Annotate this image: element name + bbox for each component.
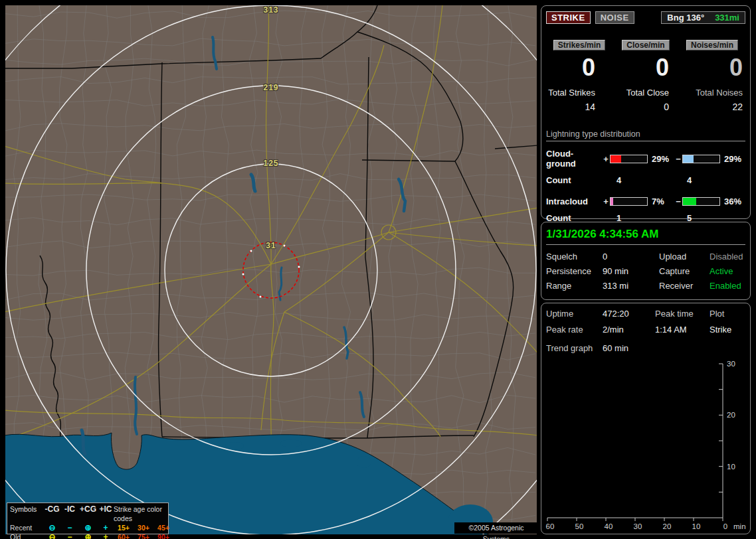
distribution-title: Lightning type distribution [546, 129, 745, 141]
age-45: 45+ [153, 523, 173, 532]
cg-pos-count: 4 [613, 175, 683, 185]
svg-text:10: 10 [692, 522, 701, 530]
close-per-min-button[interactable]: Close/min [622, 40, 669, 50]
plus-sign: + [602, 196, 610, 206]
plot-label: Plot [709, 309, 745, 319]
cg-neg-pct: 29% [720, 154, 747, 164]
noises-per-min-button[interactable]: Noises/min [686, 40, 738, 50]
legend-row-old-label: Old [10, 532, 43, 539]
strike-toggle-button[interactable]: STRIKE [546, 11, 591, 24]
old-pos-cg-icon: ⊕ [78, 532, 98, 539]
minus-sign: − [674, 154, 682, 164]
age-30: 30+ [134, 523, 153, 532]
cg-count-label: Count [546, 175, 613, 185]
cg-pos-bar [610, 155, 648, 163]
cg-neg-bar [682, 155, 720, 163]
svg-text:30: 30 [634, 522, 642, 530]
range-value: 313 mi [603, 281, 659, 291]
svg-text:60: 60 [546, 522, 555, 530]
uptime-label: Uptime [546, 309, 603, 319]
lightning-map[interactable]: 313 219 125 31 [5, 5, 537, 534]
intracloud-label: Intracloud [546, 196, 602, 206]
cg-pos-bar-fill [611, 155, 621, 163]
stormvue-app: 313 219 125 31 Symbols -CG -IC +CG +IC S… [0, 0, 756, 539]
receiver-status: Enabled [709, 281, 745, 291]
ic-neg-bar [682, 197, 720, 206]
trend-graph: 6050403020100min102030 [546, 355, 747, 529]
stats-panel: Uptime 472:20 Peak time Plot Peak rate 2… [541, 303, 751, 534]
bearing-readout: Bng 136° 331mi [661, 11, 745, 24]
legend-header-pos-ic: +IC [98, 504, 114, 523]
copyright-text: ©2005 Astrogenic Systems [454, 522, 538, 534]
age-90: 90+ [153, 532, 173, 539]
total-strikes-label: Total Strikes [546, 88, 613, 98]
minus-sign: − [674, 196, 682, 206]
ic-pos-pct: 7% [648, 196, 674, 206]
svg-text:min: min [733, 522, 746, 530]
peak-time-value: 1:14 AM [655, 325, 709, 335]
age-75: 75+ [134, 532, 153, 539]
legend-row-recent-label: Recent [10, 523, 43, 532]
recent-neg-ic-icon: − [61, 523, 78, 532]
svg-text:30: 30 [727, 360, 735, 368]
close-rate-value: 0 [613, 56, 679, 80]
bearing-distance: 331mi [715, 13, 739, 23]
ic-neg-pct: 36% [720, 196, 747, 206]
legend-header-neg-ic: -IC [61, 504, 78, 523]
persistence-value: 90 min [603, 266, 659, 276]
age-60: 60+ [114, 532, 134, 539]
ring-label-125: 125 [5, 159, 537, 168]
total-noises-value: 22 [679, 102, 745, 112]
trend-graph-window: 60 min [603, 343, 745, 353]
datetime-display: 1/31/2026 4:34:56 AM [546, 228, 745, 245]
strikes-per-min-button[interactable]: Strikes/min [553, 40, 606, 50]
ring-label-219: 219 [5, 83, 537, 92]
rates-panel: STRIKE NOISE Bng 136° 331mi Strikes/min … [541, 5, 751, 219]
legend-header-pos-cg: +CG [78, 504, 98, 523]
cg-neg-count: 4 [683, 175, 745, 185]
svg-text:20: 20 [727, 411, 735, 419]
persistence-label: Persistence [546, 266, 603, 276]
peak-rate-label: Peak rate [546, 325, 603, 335]
total-close-value: 0 [613, 102, 679, 112]
svg-text:0: 0 [723, 522, 727, 530]
recent-neg-cg-icon: ⊖ [43, 523, 61, 532]
age-15: 15+ [114, 523, 134, 532]
peak-time-label: Peak time [655, 309, 709, 319]
total-strikes-value: 14 [546, 102, 613, 112]
svg-text:20: 20 [663, 522, 672, 530]
ic-pos-bar-fill [611, 198, 613, 205]
total-noises-label: Total Noises [679, 88, 745, 98]
ring-label-31: 31 [5, 241, 537, 250]
status-panel: 1/31/2026 4:34:56 AM Squelch 0 Upload Di… [541, 222, 751, 300]
recent-pos-ic-icon: + [98, 523, 114, 532]
trend-graph-label: Trend graph [546, 343, 603, 353]
cg-neg-bar-fill [683, 155, 694, 163]
plus-sign: + [602, 154, 610, 164]
svg-text:10: 10 [727, 463, 735, 471]
ic-neg-bar-fill [683, 198, 696, 205]
legend-age-title: Strike age color codes [114, 504, 173, 523]
old-neg-ic-icon: − [61, 532, 78, 539]
svg-text:40: 40 [605, 522, 613, 530]
old-pos-ic-icon: + [98, 532, 114, 539]
peak-rate-value: 2/min [603, 325, 655, 335]
ring-label-313: 313 [5, 5, 537, 15]
svg-text:50: 50 [575, 522, 584, 530]
recent-pos-cg-icon: ⊕ [78, 523, 98, 532]
symbol-legend: Symbols -CG -IC +CG +IC Strike age color… [7, 502, 169, 534]
cg-pos-pct: 29% [648, 154, 674, 164]
receiver-label: Receiver [659, 281, 709, 291]
noise-toggle-button[interactable]: NOISE [595, 11, 634, 24]
noises-rate-value: 0 [679, 56, 745, 80]
squelch-value: 0 [603, 252, 659, 262]
uptime-value: 472:20 [603, 309, 655, 319]
cloud-ground-label: Cloud-ground [546, 149, 602, 169]
upload-status: Disabled [709, 252, 745, 262]
old-neg-cg-icon: ⊖ [43, 532, 61, 539]
plot-value: Strike [709, 325, 745, 335]
capture-status: Active [709, 266, 745, 276]
strikes-rate-value: 0 [546, 56, 613, 80]
capture-label: Capture [659, 266, 709, 276]
upload-label: Upload [659, 252, 709, 262]
